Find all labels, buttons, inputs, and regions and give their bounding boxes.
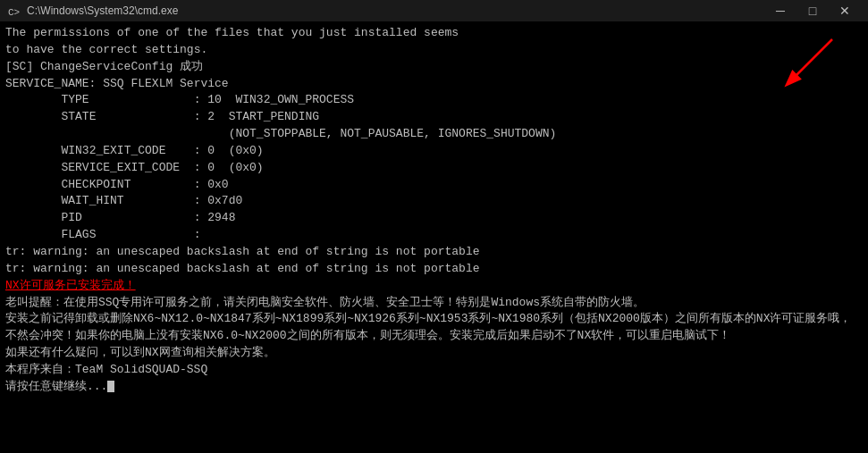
console-line: 安装之前记得卸载或删除NX6~NX12.0~NX1847系列~NX1899系列~… xyxy=(5,311,863,345)
console-line: The permissions of one of the files that… xyxy=(5,25,863,42)
console-line: (NOT_STOPPABLE, NOT_PAUSABLE, IGNORES_SH… xyxy=(5,126,863,143)
console-line: tr: warning: an unescaped backslash at e… xyxy=(5,244,863,261)
close-button[interactable]: ✕ xyxy=(829,0,861,21)
console-line: PID : 2948 xyxy=(5,210,863,227)
cmd-icon: C> xyxy=(7,4,21,18)
console-output: The permissions of one of the files that… xyxy=(5,25,863,396)
maximize-button[interactable]: □ xyxy=(796,0,829,21)
console-line: SERVICE_EXIT_CODE : 0 (0x0) xyxy=(5,160,863,177)
console-line: SERVICE_NAME: SSQ FLEXLM Service xyxy=(5,76,863,93)
window-controls: ─ □ ✕ xyxy=(764,0,861,21)
console-line: 如果还有什么疑问，可以到NX网查询相关解决方案。 xyxy=(5,345,863,362)
window-title: C:\Windows\System32\cmd.exe xyxy=(27,4,764,17)
console-line: WIN32_EXIT_CODE : 0 (0x0) xyxy=(5,143,863,160)
minimize-button[interactable]: ─ xyxy=(764,0,796,21)
console-line: CHECKPOINT : 0x0 xyxy=(5,177,863,194)
console-line: 老叫提醒：在使用SSQ专用许可服务之前，请关闭电脑安全软件、防火墙、安全卫士等！… xyxy=(5,295,863,312)
console-line: NX许可服务已安装完成！ xyxy=(5,278,863,295)
title-bar: C> C:\Windows\System32\cmd.exe ─ □ ✕ xyxy=(0,0,868,21)
console-line: WAIT_HINT : 0x7d0 xyxy=(5,193,863,210)
console-line: TYPE : 10 WIN32_OWN_PROCESS xyxy=(5,92,863,109)
console-line: [SC] ChangeServiceConfig 成功 xyxy=(5,59,863,76)
console-body: The permissions of one of the files that… xyxy=(0,21,868,453)
console-line: 本程序来自：TeaM SolidSQUAD-SSQ xyxy=(5,362,863,379)
console-line: tr: warning: an unescaped backslash at e… xyxy=(5,261,863,278)
console-line: to have the correct settings. xyxy=(5,42,863,59)
svg-text:C>: C> xyxy=(8,7,20,18)
console-line: 请按任意键继续... xyxy=(5,379,863,396)
console-line: STATE : 2 START_PENDING xyxy=(5,109,863,126)
console-line: FLAGS : xyxy=(5,227,863,244)
